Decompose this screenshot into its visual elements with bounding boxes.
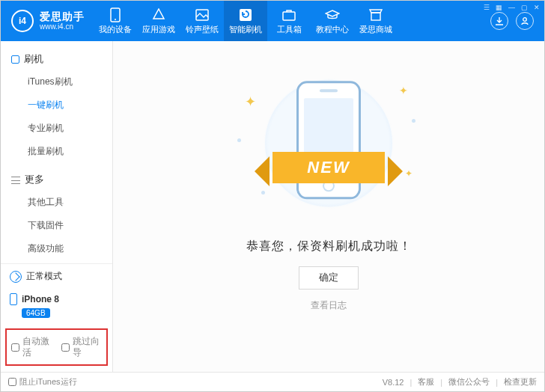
maximize-icon[interactable]: ▢ xyxy=(521,4,528,11)
tab-mall[interactable]: 爱思商城 xyxy=(354,1,398,41)
sidebar-item-pro-flash[interactable]: 专业刷机 xyxy=(1,117,112,140)
block-itunes-checkbox[interactable] xyxy=(8,378,16,386)
sidebar-group-more[interactable]: 更多 xyxy=(1,169,112,191)
star-icon: ✦ xyxy=(405,168,412,179)
view-log-link[interactable]: 查看日志 xyxy=(311,300,347,311)
square-icon xyxy=(11,55,19,64)
option-label: 跳过向导 xyxy=(73,336,103,358)
tab-games[interactable]: 应用游戏 xyxy=(137,1,180,41)
device-name: iPhone 8 xyxy=(22,294,59,304)
app-header: ☰ ▦ — ▢ ✕ i4 爱思助手 www.i4.cn 我的设备 应用游戏 xyxy=(1,1,544,41)
sidebar-item-download-firmware[interactable]: 下载固件 xyxy=(1,214,112,237)
sidebar-group-label: 更多 xyxy=(25,174,44,186)
option-auto-activate[interactable]: 自动激活 xyxy=(11,336,52,358)
tab-label: 工具箱 xyxy=(277,24,302,35)
version-label: V8.12 xyxy=(383,378,404,387)
success-illustration: ✦ ✦ ✦ NEW xyxy=(231,79,426,221)
sidebar: 刷机 iTunes刷机 一键刷机 专业刷机 批量刷机 更多 其他工具 下载固件 … xyxy=(1,41,113,372)
star-icon: ✦ xyxy=(245,94,256,110)
device-mode[interactable]: 正常模式 xyxy=(1,264,112,289)
tab-toolbox[interactable]: 工具箱 xyxy=(267,1,311,41)
mode-icon xyxy=(10,271,22,283)
briefcase-icon xyxy=(281,7,296,22)
svg-point-1 xyxy=(115,19,116,20)
block-itunes-label: 阻止iTunes运行 xyxy=(19,376,77,388)
auto-activate-checkbox[interactable] xyxy=(11,343,19,352)
tab-label: 爱思商城 xyxy=(359,24,392,35)
new-ribbon: NEW xyxy=(272,152,385,183)
block-itunes-option[interactable]: 阻止iTunes运行 xyxy=(8,376,77,388)
phone-icon xyxy=(108,7,123,22)
storage-badge: 64GB xyxy=(22,308,50,318)
mode-label: 正常模式 xyxy=(26,270,62,283)
support-link[interactable]: 客服 xyxy=(418,376,434,388)
sidebar-item-other-tools[interactable]: 其他工具 xyxy=(1,191,112,214)
ribbon-text: NEW xyxy=(272,152,385,183)
sidebar-group-flash[interactable]: 刷机 xyxy=(1,49,112,70)
sidebar-item-advanced[interactable]: 高级功能 xyxy=(1,237,112,260)
check-update-link[interactable]: 检查更新 xyxy=(504,376,537,388)
menu-icon xyxy=(11,177,20,184)
sidebar-item-itunes-flash[interactable]: iTunes刷机 xyxy=(1,70,112,94)
skin-icon[interactable]: ▦ xyxy=(496,4,502,11)
status-bar: 阻止iTunes运行 V8.12 | 客服 | 微信公众号 | 检查更新 xyxy=(1,372,544,391)
tab-flash[interactable]: 智能刷机 xyxy=(224,1,267,41)
device-info[interactable]: iPhone 8 64GB xyxy=(1,289,112,325)
flash-options: 自动激活 跳过向导 xyxy=(5,328,108,366)
sidebar-item-batch-flash[interactable]: 批量刷机 xyxy=(1,140,112,163)
main-content: ✦ ✦ ✦ NEW 恭喜您，保资料刷机成功啦！ 确定 查看日志 xyxy=(113,41,544,372)
header-right xyxy=(490,12,544,30)
app-site: www.i4.cn xyxy=(40,22,85,31)
download-button[interactable] xyxy=(490,12,508,30)
phone-icon xyxy=(10,293,17,305)
wechat-link[interactable]: 微信公众号 xyxy=(448,376,490,388)
tab-ringtone[interactable]: 铃声壁纸 xyxy=(180,1,224,41)
tab-label: 教程中心 xyxy=(316,24,349,35)
ok-button[interactable]: 确定 xyxy=(299,266,359,290)
option-skip-guide[interactable]: 跳过向导 xyxy=(61,336,103,358)
hat-icon xyxy=(325,7,340,22)
image-icon xyxy=(195,7,210,22)
app-title: 爱思助手 xyxy=(40,11,85,22)
account-button[interactable] xyxy=(516,12,534,30)
tab-label: 应用游戏 xyxy=(142,24,175,35)
sidebar-item-oneclick-flash[interactable]: 一键刷机 xyxy=(1,94,112,117)
top-tabs: 我的设备 应用游戏 铃声壁纸 智能刷机 工具箱 教程中心 xyxy=(94,1,398,41)
window-controls: ☰ ▦ — ▢ ✕ xyxy=(484,4,540,11)
svg-rect-5 xyxy=(371,13,380,20)
tab-label: 铃声壁纸 xyxy=(186,24,219,35)
menu-icon[interactable]: ☰ xyxy=(484,4,490,11)
tab-tutorial[interactable]: 教程中心 xyxy=(311,1,354,41)
success-message: 恭喜您，保资料刷机成功啦！ xyxy=(246,239,412,254)
tab-device[interactable]: 我的设备 xyxy=(94,1,137,41)
app-logo: i4 爱思助手 www.i4.cn xyxy=(1,10,94,32)
tab-label: 智能刷机 xyxy=(229,24,262,35)
svg-point-6 xyxy=(523,18,527,22)
app-icon xyxy=(151,7,166,22)
shop-icon xyxy=(368,7,383,22)
logo-icon: i4 xyxy=(11,10,34,32)
minimize-icon[interactable]: — xyxy=(508,4,515,11)
tab-label: 我的设备 xyxy=(99,24,132,35)
svg-rect-4 xyxy=(283,12,295,20)
close-icon[interactable]: ✕ xyxy=(534,4,540,11)
refresh-icon xyxy=(238,7,253,22)
skip-guide-checkbox[interactable] xyxy=(61,343,70,352)
star-icon: ✦ xyxy=(399,85,408,97)
option-label: 自动激活 xyxy=(22,336,52,358)
sidebar-group-label: 刷机 xyxy=(24,53,43,66)
